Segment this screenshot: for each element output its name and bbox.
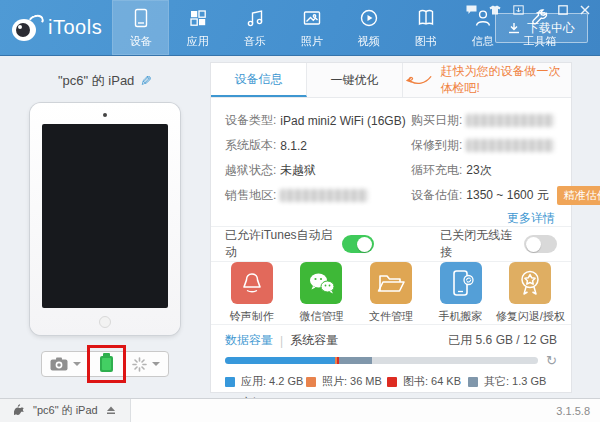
download-icon — [508, 22, 520, 34]
itools-logo: iTools — [0, 0, 112, 55]
battery-button[interactable] — [89, 352, 123, 376]
nav-tab-videos[interactable]: 视频 — [340, 0, 397, 55]
device-icon — [130, 6, 152, 30]
capacity-refresh-icon[interactable]: ↻ — [546, 354, 557, 367]
health-check-banner[interactable]: 赶快为您的设备做一次体检吧! — [403, 63, 571, 97]
info-row-device-valuation: 设备估值: 1350 ~ 1600 元 精准估价 — [411, 183, 600, 208]
feedback-icon[interactable] — [466, 5, 477, 15]
bell-icon — [238, 269, 266, 297]
more-details-link[interactable]: 更多详情 — [507, 211, 555, 225]
tab-device-info[interactable]: 设备信息 — [211, 63, 307, 97]
app-version: 3.1.5.8 — [556, 405, 590, 417]
tool-wechat-manager[interactable]: 微信管理 — [288, 262, 354, 324]
top-navbar: iTools 设备 应用 音乐 照片 — [0, 0, 600, 56]
bar-segment-other — [339, 357, 373, 364]
info-row-charge-cycles: 循环充电: 23次 — [411, 158, 600, 183]
nav-tab-music[interactable]: 音乐 — [226, 0, 283, 55]
legend-other: 其它: 1.3 GB — [468, 374, 557, 389]
battery-icon — [100, 356, 113, 372]
card-tabs: 设备信息 一键优化 赶快为您的设备做一次体检吧! — [211, 63, 571, 98]
device-panel: "pc6" 的 iPad ✎ — [0, 56, 210, 398]
phone-transfer-icon — [447, 268, 475, 298]
redacted-value — [466, 139, 554, 152]
tool-fix-crash-authorize[interactable]: 修复闪退/授权 — [497, 262, 563, 324]
info-row-jailbreak-status: 越狱状态: 未越狱 — [225, 158, 411, 183]
nav-tab-photos[interactable]: 照片 — [283, 0, 340, 55]
nav-tab-device[interactable]: 设备 — [112, 0, 169, 55]
tool-file-manager[interactable]: 文件管理 — [358, 262, 424, 324]
info-row-purchase-date: 购买日期: — [411, 108, 600, 133]
ipad-screen — [42, 124, 168, 308]
redacted-value — [280, 189, 368, 202]
more-details-row: 更多详情 — [211, 208, 571, 226]
toggles-row: 已允许iTunes自动启动 已关闭无线连接 — [211, 226, 571, 261]
tool-phone-mover[interactable]: 手机搬家 — [428, 262, 494, 324]
badge-icon — [516, 268, 544, 298]
spinner-icon — [132, 357, 147, 372]
capacity-used-text: 已用 5.6 GB / 12 GB — [448, 332, 557, 349]
nav-tab-books[interactable]: 图书 — [397, 0, 454, 55]
apple-icon — [14, 404, 25, 417]
photos-icon — [301, 6, 323, 30]
precise-estimate-button[interactable]: 精准估价 — [557, 186, 600, 205]
redacted-value — [466, 114, 554, 127]
screenshot-button[interactable] — [42, 352, 89, 376]
info-row-device-type: 设备类型: iPad mini2 WiFi (16GB) — [225, 108, 411, 133]
camera-icon — [50, 357, 68, 371]
bar-segment-apps — [225, 357, 335, 364]
videos-icon — [358, 6, 380, 30]
legend-books: 图书: 64 KB — [387, 374, 468, 389]
apps-icon — [187, 6, 209, 30]
refresh-device-button[interactable] — [123, 352, 168, 376]
device-title: "pc6" 的 iPad ✎ — [0, 72, 210, 90]
wechat-icon — [306, 269, 336, 297]
device-action-bar — [41, 351, 169, 377]
device-info-card: 设备信息 一键优化 赶快为您的设备做一次体检吧! 设备类型: iPad mini… — [210, 62, 572, 393]
device-info-grid: 设备类型: iPad mini2 WiFi (16GB) 购买日期: 系统版本:… — [211, 98, 571, 208]
music-icon — [244, 6, 266, 30]
main-area: "pc6" 的 iPad ✎ 设备信息 一键优化 — [0, 56, 600, 398]
capacity-bar-row: ↻ — [225, 354, 557, 367]
refresh-dropdown-caret[interactable] — [152, 362, 160, 366]
wireless-connection-toggle-group: 已关闭无线连接 — [440, 227, 557, 261]
info-row-sales-region: 销售地区: — [225, 183, 411, 208]
status-bar: "pc6" 的 iPad 3.1.5.8 — [0, 398, 600, 422]
statusbar-spacer — [131, 399, 600, 422]
itools-logo-icon — [12, 15, 42, 41]
nav-tab-apps[interactable]: 应用 — [169, 0, 226, 55]
curved-arrow-icon — [403, 72, 432, 88]
ipad-preview — [30, 103, 180, 335]
tool-ringtone-maker[interactable]: 铃声制作 — [219, 262, 285, 324]
eject-icon[interactable] — [106, 406, 116, 415]
itunes-autostart-switch[interactable] — [342, 235, 375, 253]
screenshot-dropdown-caret[interactable] — [73, 362, 81, 366]
books-icon — [415, 6, 437, 30]
legend-apps: 应用: 4.2 GB — [225, 374, 306, 389]
capacity-header: 数据容量 | 系统容量 已用 5.6 GB / 12 GB — [225, 332, 557, 349]
edit-pencil-icon[interactable]: ✎ — [140, 73, 152, 89]
itunes-autostart-toggle-group: 已允许iTunes自动启动 — [225, 227, 374, 261]
wireless-connection-switch[interactable] — [524, 235, 557, 253]
tab-one-key-optimize[interactable]: 一键优化 — [307, 63, 403, 97]
ipad-home-button — [99, 316, 111, 328]
itools-logo-text: iTools — [48, 16, 102, 39]
tab-system-capacity[interactable]: 系统容量 — [290, 332, 338, 349]
statusbar-device-name: "pc6" 的 iPad — [33, 403, 98, 418]
capacity-bar — [225, 357, 538, 364]
tab-data-capacity[interactable]: 数据容量 — [225, 332, 273, 349]
statusbar-device-tab[interactable]: "pc6" 的 iPad — [0, 399, 131, 422]
folder-icon — [376, 270, 406, 296]
ipad-camera-dot — [103, 113, 107, 117]
quick-tools-row: 铃声制作 微信管理 文件管理 手机搬家 — [211, 261, 571, 324]
download-center-button[interactable]: 下载中心 — [495, 13, 588, 43]
legend-photos: 照片: 36 MB — [306, 374, 387, 389]
info-row-warranty-expiry: 保修到期: — [411, 133, 600, 158]
info-row-system-version: 系统版本: 8.1.2 — [225, 133, 411, 158]
